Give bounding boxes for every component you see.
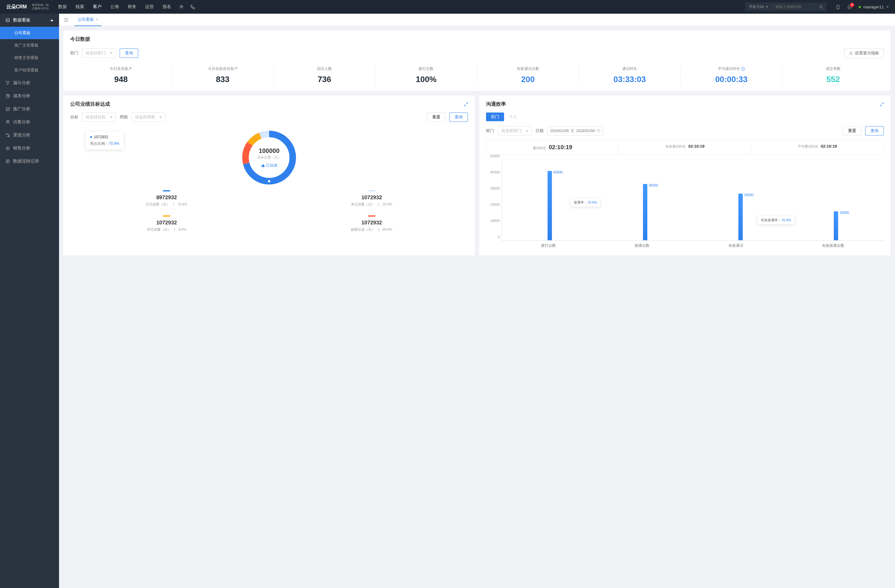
tab-company-dashboard[interactable]: 公司看板 ×: [74, 14, 101, 26]
svg-point-0: [180, 5, 182, 7]
svg-point-9: [6, 147, 10, 150]
reset-button[interactable]: 重置: [843, 126, 862, 135]
x-label: 有效接通次数: [822, 241, 844, 250]
bar: 29000: [738, 194, 743, 240]
stat-value: 552: [783, 74, 884, 84]
nav-item[interactable]: 公海: [110, 3, 119, 11]
connect-rate-tooltip: 接通率：70.9%: [570, 198, 600, 207]
sidebar-item[interactable]: 数据流转记录: [0, 155, 59, 168]
close-icon[interactable]: ×: [96, 17, 98, 22]
help-icon[interactable]: ?: [741, 67, 745, 71]
x-label: 拨打次数: [541, 241, 556, 250]
comm-efficiency-card: 沟通效率 部门 个人 部门 请选择部门 日期 2018/01/0: [479, 95, 890, 255]
sidebar-sub-item[interactable]: 销售主管看板: [0, 52, 59, 64]
sidebar-item-label: 数据流转记录: [13, 159, 39, 164]
search-input[interactable]: [772, 5, 816, 9]
phone-icon[interactable]: [190, 5, 195, 9]
stat-label: 今日首咨客户: [70, 66, 171, 71]
user-name: manager11: [863, 5, 884, 9]
svg-rect-19: [597, 130, 600, 132]
stat-label: 拨打次数: [375, 66, 477, 71]
notification-badge: 5: [850, 3, 854, 7]
expand-icon[interactable]: [464, 102, 468, 106]
sidebar-item[interactable]: 推广分析: [0, 103, 59, 116]
nav-item[interactable]: 数据: [58, 3, 67, 11]
stat-value: 03:33:03: [579, 74, 680, 84]
menu-icon: [6, 133, 10, 137]
dashboard-icon: [6, 18, 10, 23]
x-label: 有效通话: [728, 241, 743, 250]
goal-card-title: 公司业绩目标达成: [70, 101, 110, 108]
sidebar-item-label: 推广分析: [13, 106, 30, 112]
nav-item[interactable]: 线索: [76, 3, 84, 11]
donut-tooltip: 1072932 所占比例：70.9%: [86, 132, 124, 150]
pill-person[interactable]: 个人: [504, 112, 522, 121]
y-tick: 0: [498, 235, 500, 239]
bar: 43000: [548, 171, 552, 240]
nav-item[interactable]: 运营: [145, 3, 154, 11]
y-tick: 30000: [490, 186, 500, 190]
calendar-icon: [597, 129, 601, 133]
search-icon[interactable]: [816, 5, 826, 9]
sidebar-item[interactable]: 销售分析: [0, 142, 59, 155]
target-select[interactable]: 请选择目标: [82, 112, 116, 122]
date-range-picker[interactable]: 2018/01/08 至 2018/01/08: [547, 126, 603, 135]
dept-select[interactable]: 请选择部门: [82, 48, 116, 58]
mobile-icon[interactable]: [836, 5, 840, 9]
stat-value: 948: [70, 74, 171, 84]
nav-item[interactable]: 客户: [93, 3, 102, 11]
tab-menu-icon[interactable]: [62, 18, 70, 22]
svg-point-7: [6, 133, 8, 135]
reset-button[interactable]: 重置: [427, 112, 446, 122]
menu-icon: [6, 107, 10, 111]
add-user-icon[interactable]: [179, 5, 184, 9]
today-card-title: 今日数据: [70, 36, 884, 42]
query-button[interactable]: 查询: [865, 126, 884, 135]
nav-item[interactable]: 财务: [128, 3, 137, 11]
bar-value-label: 35000: [649, 183, 658, 187]
stat-item: 通话时长03:33:03: [579, 65, 681, 85]
bell-icon[interactable]: 5: [847, 5, 852, 9]
stat-value: 833: [172, 74, 273, 84]
logo: 云朵CRM 教育机构一站式服务云平台: [6, 3, 49, 10]
legend-item: 1072932未完成量（元） | 20.9%: [275, 190, 468, 207]
search-type-select[interactable]: 手机号码: [745, 5, 772, 10]
stat-label: 通话时长: [579, 66, 680, 71]
sidebar-sub-item[interactable]: 推广主管看板: [0, 39, 59, 52]
donut-center: 100000 目标总量（元） 已达成: [257, 147, 281, 168]
today-data-card: 今日数据 部门 请选择部门 查询 设置显示指标: [64, 30, 890, 91]
sidebar-item[interactable]: 渠道分析: [0, 129, 59, 142]
svg-point-5: [6, 121, 8, 122]
comm-dept-select[interactable]: 请选择部门: [498, 126, 532, 135]
logo-text: 云朵CRM: [6, 4, 27, 10]
comm-dept-label: 部门: [486, 128, 494, 133]
sidebar-sub-item[interactable]: 客户经理看板: [0, 64, 59, 76]
sidebar-item[interactable]: 成本分析: [0, 89, 59, 103]
chevron-down-icon: [526, 130, 528, 132]
sidebar-group-dashboard[interactable]: 数据看板: [0, 14, 59, 27]
nav-item[interactable]: 报名: [162, 3, 171, 11]
y-tick: 50000: [490, 154, 500, 158]
stat-item: 有效通话次数200: [477, 65, 579, 85]
menu-icon: [6, 81, 10, 85]
svg-point-12: [851, 53, 851, 53]
query-button[interactable]: 查询: [120, 48, 138, 58]
sidebar-item[interactable]: 漏斗分析: [0, 76, 59, 89]
kpi-item: 有效通话时长02:10:19: [619, 140, 751, 155]
bar-chart: 01000020000300004000050000 接通率：70.9% 有效接…: [486, 160, 884, 250]
query-button[interactable]: 查询: [449, 112, 468, 122]
bar-value-label: 18000: [839, 211, 849, 214]
pill-dept[interactable]: 部门: [486, 112, 504, 121]
sidebar-sub-item[interactable]: 公司看板: [0, 27, 59, 39]
settings-indicators-button[interactable]: 设置显示指标: [844, 48, 884, 58]
user-menu[interactable]: manager11: [859, 5, 889, 9]
stat-label: 今日有效首咨客户: [172, 66, 273, 71]
status-dot-icon: [859, 6, 861, 8]
sidebar-item[interactable]: 访客分析: [0, 116, 59, 129]
sidebar-item-label: 访客分析: [13, 119, 30, 125]
period-select[interactable]: 请选择周期: [132, 112, 165, 122]
target-label: 目标: [70, 114, 78, 120]
svg-point-18: [268, 180, 270, 182]
x-label: 接通次数: [634, 241, 649, 250]
expand-icon[interactable]: [880, 102, 884, 106]
